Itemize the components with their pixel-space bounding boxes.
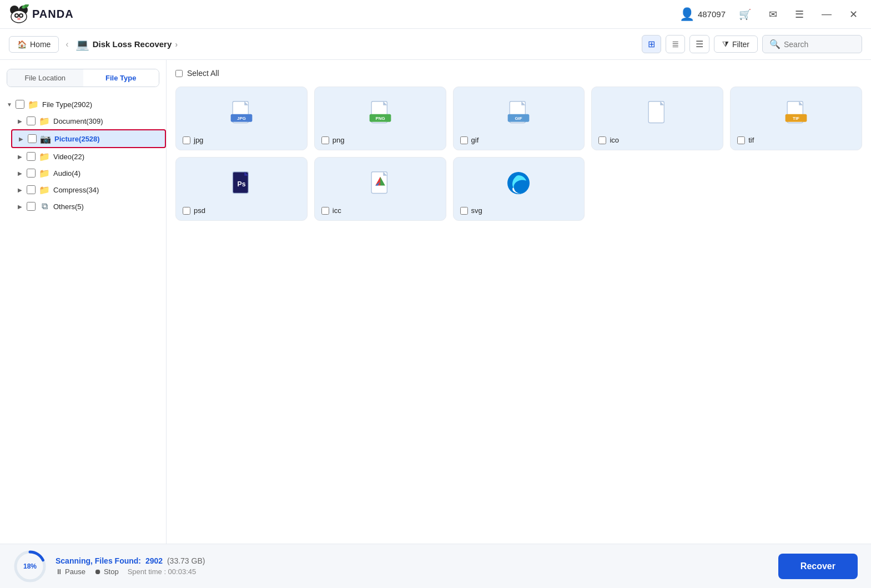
file-card-ico[interactable]: ico [591, 87, 723, 150]
ico-icon [598, 96, 716, 129]
messages-button[interactable]: ✉ [764, 6, 782, 23]
icc-label: icc [321, 206, 341, 215]
svg-label: svg [460, 206, 482, 215]
tree-arrow-picture: ▶ [19, 136, 28, 142]
select-all-label: Select All [187, 69, 219, 78]
tree-label-document: Document(309) [53, 117, 103, 125]
tif-icon: TIF [737, 96, 855, 129]
breadcrumb-title: Disk Loss Recovery [93, 39, 172, 49]
titlebar-right: 👤 487097 🛒 ✉ ☰ — ✕ [679, 6, 862, 23]
jpg-checkbox[interactable] [183, 136, 190, 144]
scan-title: Scanning, Files Found: 2902 (33.73 GB) [56, 556, 205, 565]
tree-label-audio: Audio(4) [53, 169, 80, 178]
pause-button[interactable]: ⏸ Pause [56, 567, 85, 576]
tree-checkbox-audio[interactable] [27, 169, 36, 178]
select-all-checkbox[interactable] [175, 70, 183, 77]
tree-item-others[interactable]: ▶ ⧉ Others(5) [11, 198, 166, 215]
cart-button[interactable]: 🛒 [734, 6, 756, 23]
file-card-tif[interactable]: TIF tif [730, 87, 862, 150]
search-icon: 🔍 [769, 39, 781, 49]
breadcrumb: 💻 Disk Loss Recovery › [75, 38, 178, 51]
file-grid: JPG jpg PNG png GIF [175, 87, 862, 221]
scanning-label: Scanning, Files Found: [56, 556, 141, 565]
tif-checkbox[interactable] [737, 136, 745, 144]
navbar-right: ⊞ ≣ ☰ ⧩ Filter 🔍 [642, 35, 862, 53]
tree-arrow-others: ▶ [18, 204, 27, 210]
tree-checkbox-document[interactable] [27, 116, 36, 125]
gif-checkbox[interactable] [460, 136, 468, 144]
svg-checkbox[interactable] [460, 207, 468, 215]
tree-checkbox-video[interactable] [27, 152, 36, 161]
svg-text:Ps: Ps [237, 180, 245, 188]
jpg-label: jpg [183, 136, 203, 144]
tree-arrow-document: ▶ [18, 118, 27, 124]
file-card-png[interactable]: PNG png [314, 87, 446, 150]
view-list-button[interactable]: ☰ [689, 35, 709, 53]
file-card-jpg[interactable]: JPG jpg [175, 87, 308, 150]
gif-label: gif [460, 136, 479, 144]
tab-file-location[interactable]: File Location [7, 69, 83, 87]
tree-checkbox-root[interactable] [16, 100, 24, 109]
tree-arrow-compress: ▶ [18, 187, 27, 193]
statusbar: 18% Scanning, Files Found: 2902 (33.73 G… [0, 544, 871, 588]
tree-item-file-type-root[interactable]: ▼ 📁 File Type(2902) [0, 96, 166, 113]
svg-text:TIF: TIF [793, 116, 799, 121]
recover-button[interactable]: Recover [778, 554, 858, 579]
user-id: 487097 [698, 9, 726, 19]
folder-blue-icon: 📷 [40, 133, 51, 144]
logo-text: PANDA [32, 8, 74, 21]
svg-point-5 [16, 14, 18, 17]
tif-label: tif [737, 136, 754, 144]
psd-text: psd [194, 206, 205, 215]
file-card-svg[interactable]: svg [453, 157, 585, 221]
ico-checkbox[interactable] [598, 136, 606, 144]
pause-label: Pause [65, 567, 85, 576]
files-size: (33.73 GB) [167, 556, 205, 565]
filter-button[interactable]: ⧩ Filter [714, 36, 758, 53]
png-icon: PNG [321, 96, 439, 129]
file-card-icc[interactable]: icc [314, 157, 446, 221]
tree-item-compress[interactable]: ▶ 📁 Compress(34) [11, 181, 166, 198]
titlebar: PANDA 👤 487097 🛒 ✉ ☰ — ✕ [0, 0, 871, 29]
stop-button[interactable]: ⏺ Stop [94, 567, 119, 576]
search-input[interactable] [784, 40, 855, 49]
tree-arrow-root: ▼ [7, 102, 16, 108]
breadcrumb-arrow: › [175, 39, 178, 49]
tree-checkbox-picture[interactable] [28, 134, 37, 143]
tree-item-video[interactable]: ▶ 📁 Video(22) [11, 148, 166, 165]
gif-icon: GIF [460, 96, 578, 129]
psd-checkbox[interactable] [183, 207, 190, 215]
icc-checkbox[interactable] [321, 207, 329, 215]
navbar-left: 🏠 Home ‹ 💻 Disk Loss Recovery › [9, 36, 178, 53]
panda-logo-icon [9, 4, 29, 24]
svg-text:JPG: JPG [237, 116, 246, 121]
tree-arrow-video: ▶ [18, 154, 27, 160]
svg-text:PNG: PNG [375, 116, 385, 121]
tree-label-picture: Picture(2528) [54, 135, 100, 143]
tree-checkbox-compress[interactable] [27, 185, 36, 194]
view-list-detail-button[interactable]: ≣ [666, 35, 685, 53]
search-box[interactable]: 🔍 [762, 35, 862, 53]
view-grid-button[interactable]: ⊞ [642, 35, 661, 53]
svg-point-7 [17, 18, 21, 20]
png-checkbox[interactable] [321, 136, 329, 144]
home-button[interactable]: 🏠 Home [9, 36, 59, 53]
tree-checkbox-others[interactable] [27, 202, 36, 211]
svg-text:GIF: GIF [515, 116, 522, 121]
menu-button[interactable]: ☰ [791, 6, 808, 23]
close-button[interactable]: ✕ [845, 6, 862, 23]
minimize-button[interactable]: — [817, 6, 836, 22]
back-button[interactable]: ‹ [63, 37, 71, 52]
tab-file-type[interactable]: File Type [83, 69, 159, 87]
tree-item-document[interactable]: ▶ 📁 Document(309) [11, 113, 166, 129]
stop-icon: ⏺ [94, 567, 102, 576]
progress-circle: 18% [13, 550, 47, 583]
tree-item-audio[interactable]: ▶ 📁 Audio(4) [11, 165, 166, 181]
file-card-gif[interactable]: GIF gif [453, 87, 585, 150]
tree-item-picture[interactable]: ▶ 📷 Picture(2528) [11, 129, 166, 148]
file-card-psd[interactable]: Ps psd [175, 157, 308, 221]
pause-icon: ⏸ [56, 567, 63, 576]
folder-others-icon: ⧉ [39, 201, 50, 212]
spent-time: Spent time : 00:03:45 [128, 567, 197, 576]
main-area: File Location File Type ▼ 📁 File Type(29… [0, 60, 871, 544]
